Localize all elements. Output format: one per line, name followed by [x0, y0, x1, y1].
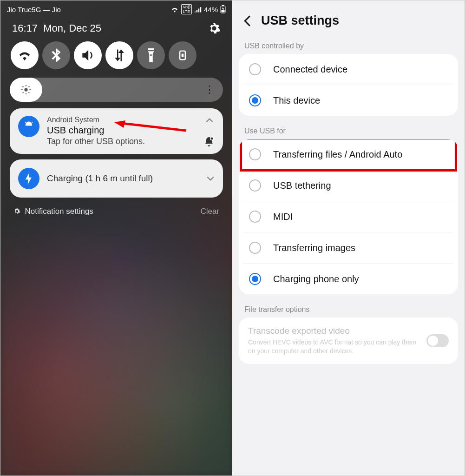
svg-line-11 — [29, 93, 30, 93]
battery-icon — [220, 5, 226, 13]
signal-icon — [194, 6, 202, 13]
charging-title: Charging (1 h 6 m until full) — [47, 173, 199, 184]
volte-icon: Vo))LTE — [181, 4, 192, 14]
status-bar: Jio True5G — Jio Vo))LTE 44% — [0, 0, 232, 17]
transcode-row[interactable]: Transcode exported video Convert HEVC vi… — [239, 317, 458, 364]
svg-line-13 — [29, 86, 30, 87]
radio-usb-tethering[interactable]: USB tethering — [243, 170, 453, 201]
svg-line-10 — [23, 86, 24, 87]
gear-small-icon — [13, 208, 20, 215]
shade-footer: Notification settings Clear — [0, 203, 232, 220]
svg-marker-17 — [114, 120, 125, 128]
use-usb-group: Transferring files / Android Auto USB te… — [239, 139, 458, 294]
radio-charging-only[interactable]: Charging phone only — [243, 263, 453, 294]
svg-point-15 — [211, 138, 213, 140]
radio-label: Charging phone only — [273, 274, 359, 284]
notification-shade: Jio True5G — Jio Vo))LTE 44% 16:17 Mon, … — [0, 0, 232, 476]
radio-connected-device[interactable]: Connected device — [239, 54, 458, 85]
annotation-arrow-icon — [114, 120, 189, 134]
transcode-title: Transcode exported video — [248, 326, 420, 336]
radio-this-device[interactable]: This device — [243, 85, 453, 116]
data-toggle[interactable] — [105, 41, 133, 69]
usb-controlled-group: Connected device This device — [239, 54, 458, 116]
flashlight-toggle[interactable] — [137, 41, 165, 69]
wifi-icon — [170, 6, 179, 13]
radio-label: Transferring images — [273, 243, 355, 253]
settings-header: USB settings — [232, 0, 465, 32]
section-file-transfer-options: File transfer options — [232, 295, 465, 317]
svg-rect-4 — [182, 54, 184, 57]
section-usb-controlled-by: USB controlled by — [232, 32, 465, 53]
svg-point-5 — [24, 88, 27, 91]
transcode-sub: Convert HEVC videos to AVC format so you… — [248, 338, 420, 356]
clear-button[interactable]: Clear — [200, 207, 219, 216]
chevron-up-icon[interactable] — [205, 118, 214, 123]
radio-label: This device — [273, 95, 320, 106]
bolt-icon — [18, 168, 39, 189]
quick-toggles — [0, 39, 232, 74]
radio-icon — [249, 179, 261, 192]
radio-icon — [249, 63, 261, 75]
radio-icon — [249, 94, 261, 106]
radio-label: Connected device — [273, 64, 347, 75]
radio-label: MIDI — [273, 212, 293, 222]
android-icon — [18, 116, 39, 137]
svg-line-16 — [121, 123, 186, 131]
rotation-toggle[interactable] — [169, 41, 196, 69]
status-icons: Vo))LTE 44% — [170, 4, 226, 14]
more-icon[interactable]: ⋮ — [204, 84, 215, 96]
radio-transferring-images[interactable]: Transferring images — [243, 232, 453, 263]
gear-icon[interactable] — [208, 22, 221, 35]
shade-header: 16:17 Mon, Dec 25 — [0, 17, 232, 39]
svg-line-12 — [23, 93, 24, 93]
radio-icon — [249, 242, 261, 254]
radio-label: USB tethering — [273, 180, 331, 191]
radio-label: Transferring files / Android Auto — [273, 149, 402, 160]
svg-rect-1 — [222, 5, 224, 6]
notification-settings-link[interactable]: Notification settings — [13, 207, 93, 216]
bluetooth-toggle[interactable] — [42, 41, 70, 69]
battery-percent: 44% — [204, 6, 218, 13]
carrier-text: Jio True5G — Jio — [7, 6, 61, 13]
back-icon[interactable] — [242, 15, 252, 27]
radio-icon — [249, 211, 261, 223]
sound-toggle[interactable] — [74, 41, 102, 69]
transcode-switch[interactable] — [426, 334, 449, 347]
brightness-slider[interactable]: ⋮ — [10, 78, 223, 102]
usb-settings-screen: USB settings USB controlled by Connected… — [232, 0, 465, 476]
section-use-usb-for: Use USB for — [232, 117, 465, 138]
radio-midi[interactable]: MIDI — [243, 201, 453, 232]
shade-datetime: 16:17 Mon, Dec 25 — [12, 22, 101, 34]
radio-transferring-files[interactable]: Transferring files / Android Auto — [239, 139, 458, 170]
chevron-down-icon[interactable] — [206, 176, 215, 181]
sun-icon — [21, 85, 31, 95]
wifi-toggle[interactable] — [11, 41, 39, 69]
usb-notification[interactable]: Android System USB charging Tap for othe… — [10, 108, 223, 154]
notification-sub: Tap for other USB options. — [47, 137, 145, 146]
page-title: USB settings — [261, 13, 339, 28]
radio-icon — [249, 273, 261, 285]
bell-icon[interactable] — [203, 136, 215, 147]
brightness-thumb[interactable] — [10, 78, 42, 102]
charging-notification[interactable]: Charging (1 h 6 m until full) — [10, 159, 223, 198]
radio-icon — [249, 148, 261, 160]
